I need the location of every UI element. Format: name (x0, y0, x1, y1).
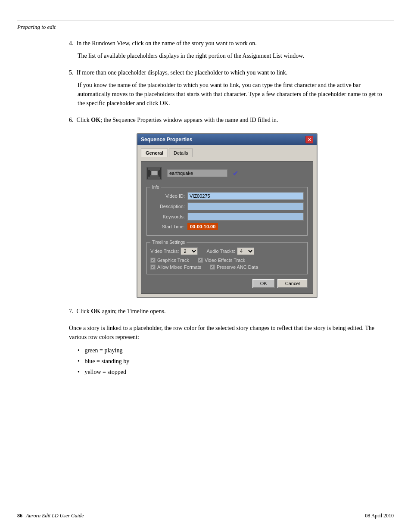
info-legend: Info (150, 185, 161, 190)
step-6-number: 6. (69, 117, 77, 123)
name-input[interactable] (167, 169, 227, 177)
step-7-before: Click (77, 308, 91, 314)
step-7-number: 7. (69, 308, 77, 314)
step-5: 5. If more than one placeholder displays… (69, 68, 385, 108)
step-4-sub: The list of available placeholders displ… (78, 51, 385, 60)
bullet-list: green = playing blue = standing by yello… (78, 346, 385, 376)
dialog-close-button[interactable]: ✕ (305, 136, 313, 143)
video-effects-track-label: Video Effects Track (205, 258, 245, 263)
dialog-title: Sequence Properties (141, 137, 192, 143)
film-icon (146, 167, 162, 180)
footer-right: 08 April 2010 (365, 513, 394, 519)
step-7: 7. Click OK again; the Timeline opens. (69, 307, 385, 316)
preserve-anc-checkbox[interactable]: ✓ Preserve ANC Data (210, 264, 258, 270)
sequence-properties-dialog[interactable]: Sequence Properties ✕ General Details (137, 133, 318, 298)
svg-rect-3 (152, 171, 157, 175)
video-tracks-label: Video Tracks: (150, 249, 179, 254)
description-label: Description: (150, 204, 185, 209)
start-time-value: 00:00:10.00 (187, 223, 218, 230)
audio-tracks-select[interactable]: 4 1 2 3 (237, 247, 254, 255)
tab-details-label: Details (174, 150, 188, 156)
bullet-blue-text: blue = standing by (84, 358, 129, 364)
bullet-yellow-text: yellow = stopped (84, 369, 126, 375)
allow-mixed-formats-label: Allow Mixed Formats (157, 264, 201, 270)
footer-left: 86 Aurora Edit LD User Guide (17, 513, 84, 519)
timeline-legend: Timeline Settings (150, 240, 187, 245)
start-time-label: Start Time: (150, 224, 185, 229)
step-5-number: 5. (69, 69, 77, 76)
start-time-row: Start Time: 00:00:10.00 (150, 223, 304, 230)
step-7-bold: OK (91, 308, 100, 314)
bullet-green-text: green = playing (84, 347, 122, 354)
video-tracks-select[interactable]: 2 1 3 4 (181, 247, 198, 255)
video-id-label: Video ID: (150, 193, 185, 199)
graphics-track-checkbox[interactable]: ✓ Graphics Track (150, 258, 189, 263)
bullet-item-green: green = playing (78, 346, 385, 355)
step-4-number: 4. (69, 40, 77, 47)
svg-rect-1 (150, 169, 159, 171)
preserve-anc-check-icon: ✓ (210, 264, 215, 270)
graphics-track-check-icon: ✓ (150, 258, 156, 263)
step-6-before: Click (77, 117, 91, 123)
page-header: Preparing to edit (17, 24, 56, 31)
description-row: Description: (150, 202, 304, 210)
video-effects-track-checkbox[interactable]: ✓ Video Effects Track (198, 258, 245, 263)
header-title: Preparing to edit (17, 24, 56, 30)
checkboxes-row-1: ✓ Graphics Track ✓ Video Effects Track (150, 258, 304, 263)
footer-page-number: 86 (17, 513, 22, 519)
svg-rect-2 (150, 175, 159, 177)
step-6: 6. Click OK; the Sequence Properties win… (69, 115, 385, 124)
description-input[interactable] (187, 202, 304, 210)
step-6-after: ; the Sequence Properties window appears… (100, 117, 278, 123)
step-4: 4. In the Rundown View, click on the nam… (69, 39, 385, 60)
step-5-text: If more than one placeholder displays, s… (77, 69, 288, 76)
step-5-sub: If you know the name of the placeholder … (78, 81, 385, 108)
graphics-track-label: Graphics Track (157, 258, 189, 263)
main-content: 4. In the Rundown View, click on the nam… (69, 39, 385, 378)
name-row: ✔ (146, 167, 308, 180)
allow-mixed-formats-checkbox[interactable]: ✓ Allow Mixed Formats (150, 264, 201, 270)
confirm-icon: ✔ (233, 169, 238, 177)
step-7-after: again; the Timeline opens. (100, 308, 165, 314)
dialog-titlebar: Sequence Properties ✕ (137, 134, 317, 145)
audio-tracks-label: Audio Tracks: (206, 249, 235, 254)
bullet-item-blue: blue = standing by (78, 357, 385, 366)
step-5-sub-text: If you know the name of the placeholder … (78, 82, 382, 106)
tab-general[interactable]: General (141, 149, 168, 157)
video-id-row: Video ID: (150, 192, 304, 200)
keywords-label: Keywords: (150, 214, 185, 219)
info-section: Info Video ID: Description: Keywords: (146, 185, 308, 236)
tab-general-label: General (146, 150, 163, 156)
ok-button[interactable]: OK (252, 279, 275, 288)
cancel-button[interactable]: Cancel (277, 279, 308, 288)
tab-details[interactable]: Details (169, 149, 193, 157)
dialog-container: Sequence Properties ✕ General Details (137, 133, 318, 298)
allow-mixed-check-icon: ✓ (150, 264, 156, 270)
dialog-buttons: OK Cancel (146, 279, 308, 288)
video-id-input[interactable] (187, 192, 304, 200)
checkboxes-row-2: ✓ Allow Mixed Formats ✓ Preserve ANC Dat… (150, 264, 304, 270)
step-6-bold: OK (91, 117, 100, 123)
cancel-label: Cancel (285, 281, 300, 286)
footer-guide-title: Aurora Edit LD User Guide (26, 513, 84, 519)
preserve-anc-label: Preserve ANC Data (217, 264, 258, 270)
close-icon: ✕ (308, 137, 311, 142)
footer-date: 08 April 2010 (365, 513, 394, 519)
dialog-tabs: General Details (141, 149, 313, 157)
timeline-section: Timeline Settings Video Tracks: 2 1 3 4 (146, 240, 308, 274)
top-rule (17, 21, 394, 21)
page-footer: 86 Aurora Edit LD User Guide 08 April 20… (17, 509, 394, 519)
bullet-item-yellow: yellow = stopped (78, 367, 385, 376)
dialog-inner: ✔ Info Video ID: Description: (141, 161, 313, 294)
dialog-body: General Details (137, 145, 317, 297)
ok-label: OK (260, 281, 267, 286)
step-4-sub-text: The list of available placeholders displ… (78, 53, 304, 59)
step-4-text: In the Rundown View, click on the name o… (77, 40, 257, 47)
keywords-row: Keywords: (150, 213, 304, 221)
paragraph-after: Once a story is linked to a placeholder,… (69, 324, 385, 342)
keywords-input[interactable] (187, 213, 304, 221)
video-effects-check-icon: ✓ (198, 258, 203, 263)
tracks-row: Video Tracks: 2 1 3 4 Audio Tracks: (150, 247, 304, 255)
